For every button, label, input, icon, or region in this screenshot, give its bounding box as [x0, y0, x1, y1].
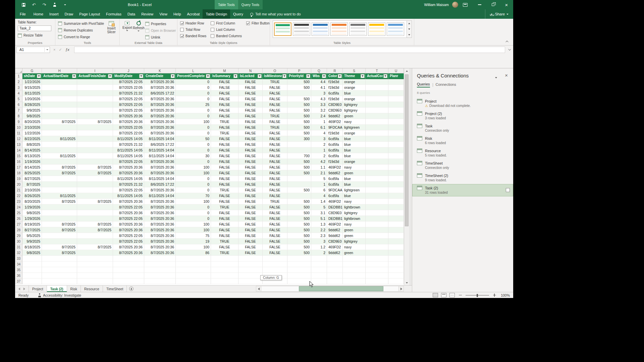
cell[interactable] [366, 108, 388, 113]
cell[interactable]: 8/11/2025 14:04 [144, 193, 176, 199]
cell[interactable] [366, 187, 388, 193]
row-header-9[interactable]: 9 [15, 119, 22, 125]
row-header-30[interactable]: 30 [15, 239, 22, 244]
cell[interactable]: 8/11/2025 14:04 [144, 176, 176, 182]
cell[interactable]: 4.4 [311, 79, 327, 85]
cell[interactable]: 0 [176, 147, 211, 153]
cell[interactable] [287, 142, 311, 147]
cell[interactable]: FALSE [238, 250, 263, 256]
cell[interactable]: 1/22/2026 [22, 79, 42, 85]
cell[interactable]: FALSE [238, 159, 263, 165]
column-header-n[interactable]: N [238, 68, 263, 73]
cell[interactable]: FALSE [238, 176, 263, 182]
cell[interactable]: 0 [176, 108, 211, 113]
scroll-down-button[interactable] [404, 280, 409, 285]
cell[interactable] [211, 273, 238, 279]
cell[interactable]: 6cd5fa [327, 147, 343, 153]
row-header-20[interactable]: 20 [15, 182, 22, 187]
cell[interactable]: 6 [311, 187, 327, 193]
cell[interactable] [42, 96, 77, 102]
cell[interactable] [42, 130, 77, 136]
cell[interactable]: lightgrey [343, 210, 366, 216]
filter-button-ismilestone[interactable] [282, 74, 286, 78]
cell[interactable]: 8/11/2025 14:05 [113, 136, 144, 142]
filter-button-modifydate[interactable] [139, 74, 143, 78]
cell[interactable] [366, 136, 388, 142]
cell[interactable]: FALSE [263, 102, 287, 108]
user-name[interactable]: William Maisam [424, 3, 449, 7]
cell[interactable]: 8/7/2025 21:32 [113, 182, 144, 187]
close-button[interactable]: × [500, 0, 513, 9]
cell[interactable]: lightgreen [343, 125, 366, 130]
cell[interactable] [366, 79, 388, 85]
cell[interactable]: FALSE [211, 233, 238, 239]
table-style-lightblue[interactable] [387, 22, 404, 36]
ribbon-tab-data[interactable]: Data [124, 9, 138, 19]
row-header-7[interactable]: 7 [15, 108, 22, 113]
cell[interactable] [77, 193, 113, 199]
cell[interactable]: 8/27/2025 [22, 176, 42, 182]
cell[interactable]: 0 [176, 182, 211, 187]
filter-button-actualfinishdate[interactable] [108, 74, 112, 78]
cell[interactable]: FALSE [211, 96, 238, 102]
cell[interactable] [263, 261, 287, 267]
cell[interactable]: 8/6/2025 17:22 [144, 182, 176, 187]
cell[interactable] [388, 102, 404, 108]
cell[interactable]: 0 [176, 125, 211, 130]
cell[interactable]: 500 [287, 204, 311, 210]
style-option-banded-columns[interactable]: Banded Columns [211, 34, 242, 38]
cell[interactable] [366, 130, 388, 136]
cell[interactable]: 9/8/2025 [22, 210, 42, 216]
cell[interactable]: 8/11/2025 14:05 [113, 176, 144, 182]
cell[interactable] [366, 261, 388, 267]
cell[interactable]: 8/7/2025 20:36 [144, 170, 176, 176]
cell[interactable]: 1 [311, 119, 327, 125]
cancel-icon[interactable]: × [53, 48, 55, 52]
cell[interactable]: 4.3 [311, 96, 327, 102]
cell[interactable]: 500 [287, 79, 311, 85]
cell[interactable]: 1 [311, 182, 327, 187]
horizontal-scrollbar[interactable] [256, 286, 404, 292]
cell[interactable]: 0 [176, 130, 211, 136]
cell[interactable]: 9/9/2025 [22, 108, 42, 113]
cell[interactable]: 8/11/2025 [42, 153, 77, 159]
cell[interactable] [366, 182, 388, 187]
cell[interactable]: 1/29/2026 [22, 216, 42, 222]
cell[interactable]: FALSE [263, 142, 287, 147]
table-header-percentcomplete[interactable]: PercentComplete [176, 73, 211, 79]
cell[interactable] [42, 239, 77, 244]
cell[interactable]: 0 [176, 90, 211, 96]
cell[interactable]: 8/11/2025 14:05 [113, 147, 144, 153]
cell[interactable] [238, 279, 263, 284]
cell[interactable] [388, 90, 404, 96]
checkbox-filter-button[interactable] [246, 21, 250, 25]
cell[interactable]: FALSE [263, 193, 287, 199]
row-header-6[interactable]: 6 [15, 102, 22, 108]
avatar[interactable] [452, 2, 458, 8]
cell[interactable]: FALSE [263, 176, 287, 182]
cell[interactable] [77, 261, 113, 267]
column-header-g[interactable]: G [22, 68, 42, 73]
enter-icon[interactable]: ✓ [59, 48, 62, 52]
cell[interactable] [22, 267, 42, 273]
filter-button-islocked[interactable] [258, 74, 262, 78]
cell[interactable]: 500 [287, 125, 311, 130]
query-item-task[interactable]: TaskConnection only [412, 122, 513, 134]
cell[interactable] [287, 261, 311, 267]
cell[interactable] [366, 256, 388, 261]
cell[interactable] [113, 273, 144, 279]
cell[interactable]: green [343, 113, 366, 119]
cell[interactable] [388, 85, 404, 90]
cell[interactable] [287, 273, 311, 279]
cell[interactable] [366, 267, 388, 273]
cell[interactable] [388, 210, 404, 216]
cell[interactable] [366, 176, 388, 182]
cell[interactable]: 30 [176, 153, 211, 159]
table-header-theme[interactable]: Theme [343, 73, 366, 79]
cell[interactable] [388, 244, 404, 250]
cell[interactable] [77, 102, 113, 108]
cell[interactable]: blue [343, 182, 366, 187]
cell[interactable]: green [343, 170, 366, 176]
cell[interactable]: 469FD2 [327, 222, 343, 227]
cell[interactable]: FALSE [263, 210, 287, 216]
